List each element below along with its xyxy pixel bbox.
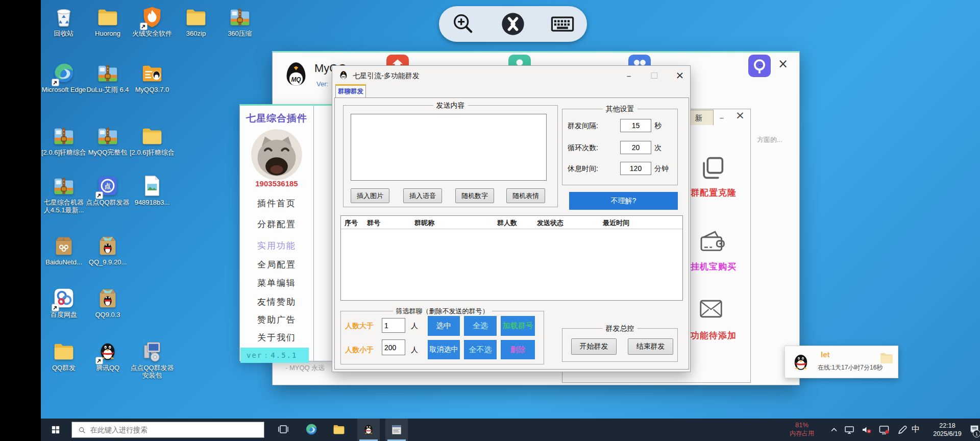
taskbar-plugin-app[interactable] [385,419,408,441]
desktop-icon-myqq-package[interactable]: MyQQ完整包 [85,124,131,156]
feature-panel-minimize-button[interactable]: – [716,112,728,122]
tab-group-mass-send[interactable]: 群聊群发 [335,84,366,98]
network-tray-icon[interactable] [843,424,855,436]
pen-tray-icon[interactable] [896,424,909,436]
less-than-unit: 人 [411,346,418,355]
myqq-taskbar-icon [362,422,375,436]
keyboard-icon[interactable] [549,11,576,37]
desktop-icon-dulu[interactable]: DuLu-艾雨 6.4 [85,61,131,93]
volume-muted-tray-icon[interactable] [861,424,873,436]
groups-table[interactable]: 序号 群号 群昵称 群人数 发送状态 最近时间 [340,215,683,301]
myqq-minimize-button[interactable]: – [754,59,767,71]
zip-archive-icon [52,124,76,148]
remote-session-icon[interactable] [500,11,526,37]
load-groups-button[interactable]: 加载群号 [501,316,535,336]
send-content-textarea[interactable] [351,114,547,181]
deselect-button[interactable]: 取消选中 [428,340,460,359]
feature-panel-hint: 方面的... [757,135,782,144]
desktop-icon-xuantang-folder[interactable]: [2.0.6]轩糖综合 [129,124,175,156]
desktop-icon-baidupan[interactable]: 百度网盘 [41,286,87,318]
dialog-minimize-button[interactable]: – [622,70,635,81]
clone-feature-label[interactable]: 群配置克隆 [690,187,738,199]
desktop-icon-360zip[interactable]: 360zip [173,5,219,37]
image-file-icon [140,174,164,198]
desktop-icon-tencent-qq[interactable]: 腾讯QQ [85,339,131,372]
sidebar-item-group-config[interactable]: 分群配置 [240,218,313,230]
stop-mass-send-button[interactable]: 结束群发 [628,338,673,355]
less-than-input[interactable] [382,339,405,355]
dialog-maximize-button[interactable]: □ [648,70,661,80]
start-button-icon[interactable] [51,425,60,434]
feature-panel-close-button[interactable]: × [733,109,747,121]
dialog-title: 七星引流-多功能群发 [353,71,420,81]
sidebar-item-home[interactable]: 插件首页 [240,198,313,209]
delete-button[interactable]: 删除 [501,340,535,359]
sidebar-item-sponsor[interactable]: 友情赞助 [240,296,313,308]
sidebar-item-about[interactable]: 关于我们 [240,332,313,344]
select-button[interactable]: 选中 [428,316,460,336]
desktop-icon-recycle-bin[interactable]: 回收站 [41,5,87,37]
clone-feature-button[interactable] [698,153,727,183]
desktop-icon-xuantang-zip[interactable]: [2.0.6]轩糖综合 [41,124,87,156]
edge-taskbar-icon[interactable] [305,423,318,436]
insert-image-button[interactable]: 插入图片 [351,188,389,203]
plugin-title: 七星综合插件 [240,112,313,125]
search-input[interactable] [90,422,259,437]
mass-send-dialog: 七星引流-多功能群发 – □ × 群聊群发 发送内容 插入图片 插入语音 随机数… [332,65,691,372]
taskbar-search-box[interactable] [71,422,264,438]
qq-online-toast[interactable]: let 在线:1天17小时7分16秒 [785,346,898,378]
myqq-close-button[interactable]: × [776,57,790,71]
select-all-button[interactable]: 全选 [464,316,497,336]
help-button[interactable]: 不理解? [569,192,678,210]
start-mass-send-button[interactable]: 开始群发 [571,338,617,355]
desktop-icon-qq-installer-box[interactable]: QQ_9.9.20... [85,234,131,266]
wallet-feature-button[interactable] [698,228,726,256]
insert-voice-button[interactable]: 插入语音 [403,188,442,203]
desktop-icon-qq-massfolder[interactable]: QQ群发 [41,339,87,372]
envelope-feature-button[interactable] [696,295,726,323]
random-emoji-button[interactable]: 随机表情 [506,188,545,203]
desktop-icon-diandian[interactable]: 点点QQ群发器 [85,174,131,206]
loop-count-input[interactable] [620,141,651,154]
sidebar-item-ads[interactable]: 赞助广告 [240,314,313,326]
desktop-icon-360compress[interactable]: 360压缩 [217,5,263,37]
desktop-icon-image-file[interactable]: 948918b3... [129,174,175,206]
screen: 回收站 Huorong 火绒安全软件 360zip 360压缩 Microsof… [0,0,980,441]
desktop-icon-huorong-folder[interactable]: Huorong [85,5,131,37]
ime-indicator[interactable]: 中 [912,424,920,435]
cat-avatar-icon [251,129,302,180]
zoom-in-icon[interactable] [450,11,477,37]
desktop-icon-myqq370[interactable]: MyQQ3.7.0 [129,61,175,93]
deselect-all-button[interactable]: 全不选 [464,340,497,359]
zip-archive-icon [228,5,252,29]
greater-than-input[interactable] [382,318,405,333]
desktop-icon-huorong-security[interactable]: 火绒安全软件 [129,5,175,37]
desktop-icon-diandian-installer[interactable]: 点点QQ群发器安装包 [129,339,175,379]
task-view-icon[interactable] [277,423,289,435]
display-alert-tray-icon[interactable] [878,424,890,436]
desktop-icon-edge[interactable]: Microsoft Edge [41,61,87,93]
desktop-icon-qixing-robot[interactable]: 七星综合机器人4.5.1最新... [41,174,87,214]
hidden-icons-chevron-icon[interactable] [829,425,839,435]
qq-box-icon [96,234,119,257]
wallet-feature-label[interactable]: 挂机宝购买 [690,261,738,273]
dialog-close-button[interactable]: × [673,69,687,81]
col-send-status: 发送状态 [537,218,564,228]
desktop-icon-baidunetdisk-box[interactable]: BaiduNetd... [41,234,87,266]
taskbar-clock[interactable]: 22:18 2025/6/19 [928,422,967,438]
zip-archive-icon [96,124,119,148]
qq-box-icon [96,286,119,310]
envelope-feature-label[interactable]: 功能待添加 [690,330,738,341]
sidebar-item-menu-edit[interactable]: 菜单编辑 [240,277,313,289]
sidebar-item-utilities[interactable]: 实用功能 [240,240,313,252]
myqq-footer-note: - MYQQ 永远 [285,363,325,373]
interval-unit: 秒 [654,121,662,131]
random-number-button[interactable]: 随机数字 [455,188,494,203]
desktop-icon-qq903[interactable]: QQ9.0.3 [85,286,131,318]
taskbar-myqq-app[interactable] [357,419,380,441]
interval-input[interactable] [620,119,651,132]
rest-time-input[interactable] [620,162,651,175]
sidebar-item-global-config[interactable]: 全局配置 [240,259,313,271]
file-explorer-icon[interactable] [332,423,346,436]
shortcut-arrow-icon [95,357,103,364]
